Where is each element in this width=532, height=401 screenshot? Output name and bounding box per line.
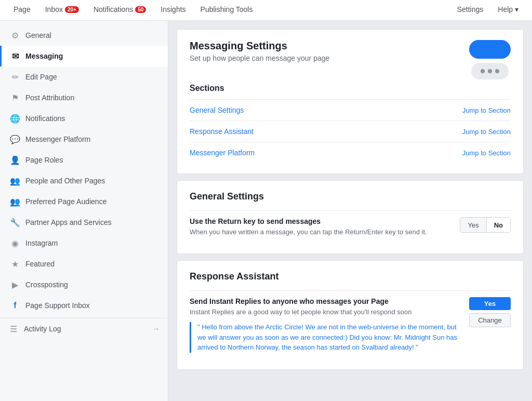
jump-general[interactable]: Jump to Section <box>462 106 511 114</box>
top-nav: Page Inbox 20+ Notifications 50 Insights… <box>0 0 532 21</box>
arrow-icon: → <box>152 325 159 333</box>
sidebar-item-partner-apps[interactable]: 🔧 Partner Apps and Services <box>0 212 168 233</box>
sidebar-item-instagram[interactable]: ◉ Instagram <box>0 233 168 253</box>
jump-messenger[interactable]: Jump to Section <box>462 149 511 157</box>
dot-1 <box>481 69 485 73</box>
nav-publishing-tools[interactable]: Publishing Tools <box>193 0 260 21</box>
return-key-no-btn[interactable]: No <box>487 218 510 232</box>
instant-replies-yes-btn[interactable]: Yes <box>469 297 511 310</box>
dots-indicator <box>471 63 509 79</box>
instant-replies-change-btn[interactable]: Change <box>469 313 511 327</box>
instant-replies-quote: " Hello from above the Arctic Circle! We… <box>190 322 459 353</box>
wrench-icon: 🔧 <box>10 217 20 228</box>
instant-replies-desc: Instant Replies are a good way to let pe… <box>190 308 459 317</box>
return-key-yes-btn[interactable]: Yes <box>460 218 486 232</box>
nav-notifications[interactable]: Notifications 50 <box>86 0 153 21</box>
nav-help[interactable]: Help ▾ <box>490 0 526 21</box>
layout: ⚙ General ✉ Messaging ✏ Edit Page ⚑ Post… <box>0 21 532 401</box>
return-key-title: Use the Return key to send messages <box>190 217 449 225</box>
sidebar-item-edit-page[interactable]: ✏ Edit Page <box>0 66 168 87</box>
messaging-subtitle: Set up how people can message your page <box>190 54 329 62</box>
nav-settings[interactable]: Settings <box>450 0 491 21</box>
nav-left: Page Inbox 20+ Notifications 50 Insights… <box>6 0 260 21</box>
section-row-response: Response Assistant Jump to Section <box>190 121 511 142</box>
sidebar-item-post-attribution[interactable]: ⚑ Post Attribution <box>0 87 168 108</box>
people-icon: 👥 <box>10 176 20 186</box>
sidebar-item-page-support-inbox[interactable]: f Page Support Inbox <box>0 295 168 316</box>
sections-area: Sections General Settings Jump to Sectio… <box>190 84 511 163</box>
video-icon: ▶ <box>10 279 20 290</box>
response-assistant-card: Response Assistant Send Instant Replies … <box>177 260 524 370</box>
messaging-icon: ✉ <box>10 51 20 61</box>
messaging-title: Messaging Settings <box>190 40 329 52</box>
sidebar-item-people-other-pages[interactable]: 👥 People and Other Pages <box>0 170 168 191</box>
main-content: Messaging Settings Set up how people can… <box>168 21 532 401</box>
section-link-response[interactable]: Response Assistant <box>190 127 254 136</box>
instagram-icon: ◉ <box>10 238 20 248</box>
yes-change-group: Yes Change <box>469 297 511 327</box>
section-link-messenger[interactable]: Messenger Platform <box>190 149 255 157</box>
inbox-badge: 20+ <box>65 6 79 13</box>
messaging-header: Messaging Settings Set up how people can… <box>190 40 511 79</box>
star-icon: ★ <box>10 259 20 269</box>
nav-page[interactable]: Page <box>6 0 38 21</box>
toggle-on-indicator[interactable] <box>469 40 511 59</box>
section-row-general: General Settings Jump to Section <box>190 99 511 121</box>
list-icon: ☰ <box>8 324 19 334</box>
user-icon: 👤 <box>10 155 20 165</box>
nav-insights[interactable]: Insights <box>153 0 193 21</box>
nav-right: Settings Help ▾ <box>450 0 526 21</box>
toggle-area <box>469 40 511 79</box>
edit-icon: ✏ <box>10 72 20 82</box>
sidebar-footer-activity-log[interactable]: ☰ Activity Log → <box>0 318 168 339</box>
notifications-badge: 50 <box>135 6 146 13</box>
chat-icon: 💬 <box>10 134 20 144</box>
jump-response[interactable]: Jump to Section <box>462 128 511 136</box>
instant-replies-title: Send Instant Replies to anyone who messa… <box>190 297 459 305</box>
nav-inbox[interactable]: Inbox 20+ <box>38 0 86 21</box>
gear-icon: ⚙ <box>10 30 20 41</box>
return-key-row: Use the Return key to send messages When… <box>190 210 511 243</box>
section-link-general[interactable]: General Settings <box>190 106 244 114</box>
sidebar-item-notifications[interactable]: 🌐 Notifications <box>0 108 168 129</box>
sidebar-item-preferred-page-audience[interactable]: 👥 Preferred Page Audience <box>0 191 168 212</box>
sidebar-item-general[interactable]: ⚙ General <box>0 25 168 46</box>
general-settings-heading: General Settings <box>190 191 511 202</box>
sidebar-item-page-roles[interactable]: 👤 Page Roles <box>0 150 168 170</box>
sidebar: ⚙ General ✉ Messaging ✏ Edit Page ⚑ Post… <box>0 21 168 401</box>
facebook-icon: f <box>10 300 20 311</box>
globe-icon: 🌐 <box>10 113 20 124</box>
sections-heading: Sections <box>190 84 511 93</box>
sidebar-item-messenger-platform[interactable]: 💬 Messenger Platform <box>0 129 168 150</box>
instant-replies-row: Send Instant Replies to anyone who messa… <box>190 290 511 359</box>
section-row-messenger: Messenger Platform Jump to Section <box>190 142 511 163</box>
flag-icon: ⚑ <box>10 92 20 103</box>
messaging-settings-card: Messaging Settings Set up how people can… <box>177 29 524 174</box>
return-key-desc: When you have written a message, you can… <box>190 228 449 237</box>
return-key-toggle: Yes No <box>460 217 511 233</box>
dot-3 <box>495 69 499 73</box>
response-assistant-heading: Response Assistant <box>190 271 511 282</box>
sidebar-item-featured[interactable]: ★ Featured <box>0 253 168 274</box>
sidebar-item-messaging[interactable]: ✉ Messaging <box>0 46 168 66</box>
sidebar-item-crossposting[interactable]: ▶ Crossposting <box>0 274 168 295</box>
dot-2 <box>488 69 492 73</box>
general-settings-card: General Settings Use the Return key to s… <box>177 180 524 254</box>
audience-icon: 👥 <box>10 196 20 207</box>
